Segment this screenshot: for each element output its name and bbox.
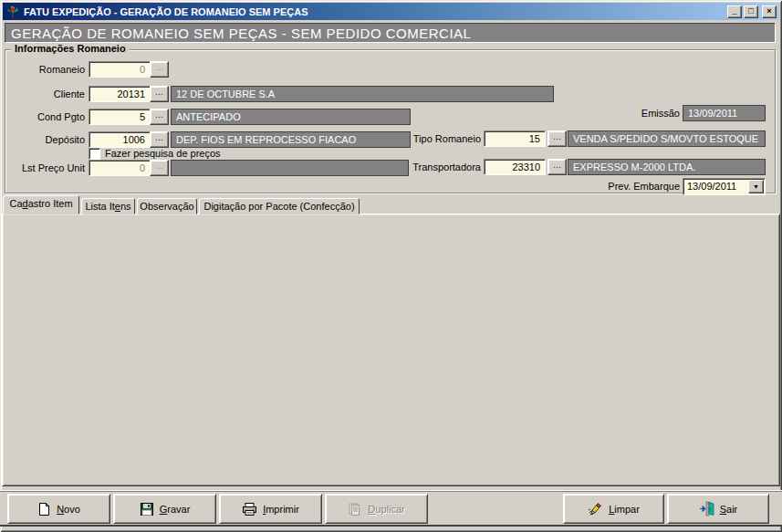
duplicar-button: Duplicar: [325, 494, 428, 524]
sair-button[interactable]: Sair: [667, 494, 769, 524]
prev-embarque-value: 13/09/2011: [683, 179, 747, 194]
duplicar-label: Duplicar: [368, 504, 404, 515]
cond-pgto-label: Cond Pgto: [9, 109, 85, 125]
cliente-lookup-button[interactable]: ...: [150, 86, 169, 102]
gravar-button[interactable]: Gravar: [113, 494, 216, 524]
limpar-button[interactable]: Limpar: [563, 494, 664, 524]
duplicate-pages-icon: [348, 502, 362, 516]
tab-observacao[interactable]: Observação: [137, 198, 197, 214]
cond-pgto-lookup-button[interactable]: ...: [150, 109, 169, 125]
emissao-field: 13/09/2011: [683, 105, 766, 121]
tipo-romaneio-lookup-button[interactable]: ...: [547, 130, 567, 147]
new-document-icon: [37, 502, 51, 516]
close-button[interactable]: ×: [762, 5, 777, 18]
page-title: GERAÇÃO DE ROMANEIO SEM PEÇAS - SEM PEDI…: [5, 23, 776, 43]
sair-label: Sair: [720, 504, 738, 515]
lst-preco-desc: [171, 160, 409, 176]
tipo-romaneio-desc: VENDA S/PEDIDO S/MOVTO ESTOQUE: [568, 130, 766, 147]
lst-preco-label: Lst Preço Unit: [5, 160, 85, 176]
lst-preco-field[interactable]: 0: [89, 160, 151, 176]
tab-digitacao-pacote-label: Digitação por Pacote (Confecção): [203, 201, 354, 212]
tab-lista-itens[interactable]: Lista Itens: [81, 198, 135, 214]
limpar-label: Limpar: [609, 504, 640, 515]
imprimir-label: Imprimir: [263, 504, 299, 515]
tab-lista-itens-label: Lista It: [85, 201, 114, 212]
imprimir-button[interactable]: Imprimir: [219, 494, 322, 524]
eraser-pencil-icon: [588, 502, 603, 516]
tab-cadastro-item-label: Ca: [9, 198, 22, 209]
minimize-button[interactable]: _: [727, 5, 742, 18]
group-informacoes-legend: Informações Romaneio: [11, 43, 130, 54]
cliente-desc: 12 DE OCTUBRE S.A: [171, 86, 554, 102]
cond-pgto-desc: ANTECIPADO: [171, 109, 411, 125]
gravar-label: Gravar: [160, 504, 191, 515]
app-icon: [5, 5, 20, 19]
tab-cadastro-item[interactable]: Cadastro Item: [3, 195, 79, 214]
cliente-label: Cliente: [9, 86, 85, 102]
novo-label: Novo: [57, 504, 80, 515]
lst-preco-lookup-button[interactable]: ...: [150, 160, 169, 176]
maximize-button[interactable]: □: [744, 5, 758, 18]
romaneio-field[interactable]: 0: [89, 61, 151, 78]
transportadora-lookup-button[interactable]: ...: [547, 159, 567, 175]
tab-observacao-label: Observação: [140, 201, 193, 212]
transportadora-desc: EXPRESSO M-2000 LTDA.: [568, 159, 766, 175]
novo-button[interactable]: Novo: [7, 494, 110, 524]
fazer-pesquisa-checkbox[interactable]: [89, 148, 100, 160]
romaneio-lookup-button[interactable]: ...: [150, 61, 169, 78]
deposito-label: Depósito: [9, 131, 85, 148]
romaneio-label: Romaneio: [9, 61, 85, 78]
prev-embarque-dropdown-icon[interactable]: ▼: [748, 180, 764, 193]
printer-icon: [242, 502, 257, 516]
tipo-romaneio-field[interactable]: 15: [484, 130, 546, 147]
transportadora-label: Transportadora: [406, 159, 481, 175]
exit-door-icon: [699, 501, 714, 516]
cliente-field[interactable]: 20131: [89, 86, 151, 102]
tab-digitacao-pacote[interactable]: Digitação por Pacote (Confecção): [199, 198, 360, 214]
cond-pgto-field[interactable]: 5: [89, 109, 151, 125]
prev-embarque-label: Prev. Embarque: [584, 178, 680, 194]
prev-embarque-combo[interactable]: 13/09/2011 ▼: [683, 178, 766, 195]
window-title: FATU EXPEDIÇÃO - GERAÇÃO DE ROMANEIO SEM…: [24, 6, 725, 17]
title-bar: FATU EXPEDIÇÃO - GERAÇÃO DE ROMANEIO SEM…: [3, 3, 779, 20]
app-window: FATU EXPEDIÇÃO - GERAÇÃO DE ROMANEIO SEM…: [0, 0, 782, 532]
save-floppy-icon: [140, 502, 154, 516]
tab-sheet: [2, 214, 780, 486]
emissao-label: Emissão: [589, 105, 680, 121]
tipo-romaneio-label: Tipo Romaneio: [401, 130, 481, 147]
transportadora-field[interactable]: 23310: [484, 159, 546, 175]
